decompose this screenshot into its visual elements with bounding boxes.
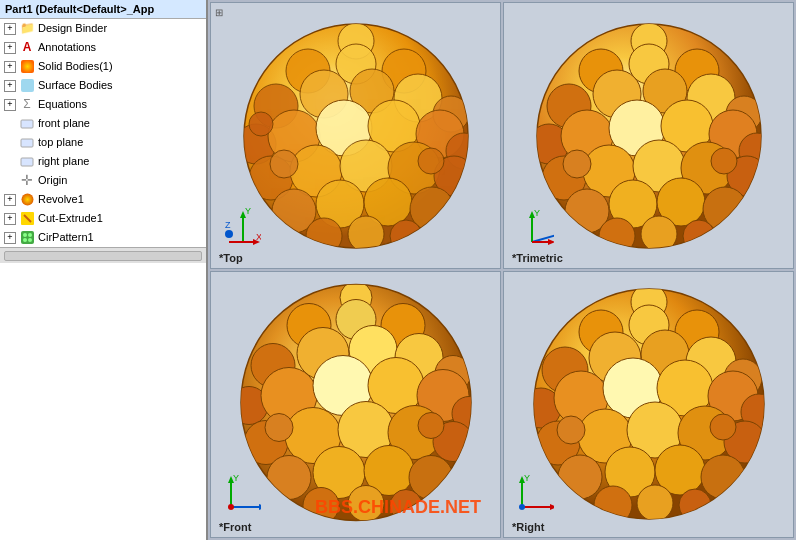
sidebar-item-design-binder[interactable]: +📁Design Binder: [0, 19, 206, 38]
svg-text:Y: Y: [245, 206, 251, 216]
svg-point-51: [225, 230, 233, 238]
axes-front: X Y: [221, 471, 261, 511]
svg-point-40: [348, 216, 384, 252]
sidebar-item-label: Cut-Extrude1: [38, 210, 103, 227]
svg-point-118: [303, 487, 339, 523]
scrollbar-horizontal[interactable]: [4, 251, 202, 261]
svg-point-12: [28, 238, 32, 242]
expand-btn[interactable]: +: [4, 99, 16, 111]
svg-point-167: [519, 504, 525, 510]
svg-point-41: [390, 220, 422, 252]
view-right-label: *Right: [512, 521, 544, 533]
axes-right: Z Y: [514, 471, 554, 511]
svg-point-121: [265, 413, 293, 441]
svg-point-120: [390, 489, 422, 521]
sidebar-item-right-plane[interactable]: right plane: [0, 152, 206, 171]
svg-point-79: [599, 218, 635, 254]
sidebar-item-label: Design Binder: [38, 20, 107, 37]
sidebar-item-label: CirPattern1: [38, 229, 94, 246]
sidebar-title: Part1 (Default<Default>_App: [0, 0, 206, 19]
surface-icon: [19, 78, 35, 94]
expand-btn[interactable]: +: [4, 194, 16, 206]
svg-marker-91: [548, 239, 554, 245]
svg-point-39: [306, 218, 342, 254]
sidebar-item-revolve1[interactable]: +Revolve1: [0, 190, 206, 209]
sidebar-item-label: Equations: [38, 96, 87, 113]
cut-icon: [19, 211, 35, 227]
view-trimetric[interactable]: Y Z *Trimetric: [503, 2, 794, 269]
sidebar-item-origin[interactable]: ✛Origin: [0, 171, 206, 190]
sphere-top: [236, 16, 476, 256]
expand-btn[interactable]: +: [4, 232, 16, 244]
sidebar-item-label: top plane: [38, 134, 83, 151]
sidebar-bottom: [0, 247, 206, 263]
svg-point-157: [637, 485, 673, 521]
svg-point-11: [23, 238, 27, 242]
svg-point-10: [28, 233, 32, 237]
equations-icon: Σ: [19, 97, 35, 113]
svg-point-160: [710, 414, 736, 440]
svg-point-114: [267, 455, 311, 499]
svg-point-129: [228, 504, 234, 510]
svg-text:Z: Z: [225, 220, 231, 230]
svg-point-43: [418, 148, 444, 174]
expand-btn[interactable]: +: [4, 42, 16, 54]
view-top-label: *Top: [219, 252, 243, 264]
annotation-icon: A: [19, 40, 35, 56]
expand-btn[interactable]: +: [4, 80, 16, 92]
sidebar-item-annotations[interactable]: +AAnnotations: [0, 38, 206, 57]
svg-point-82: [563, 150, 591, 178]
svg-rect-0: [21, 60, 34, 73]
tree-items: +📁Design Binder+AAnnotations+Solid Bodie…: [0, 19, 206, 247]
sidebar-item-front-plane[interactable]: front plane: [0, 114, 206, 133]
sidebar-item-equations[interactable]: +ΣEquations: [0, 95, 206, 114]
sidebar-item-cirpattern1[interactable]: +CirPattern1: [0, 228, 206, 247]
sidebar-item-label: right plane: [38, 153, 89, 170]
sphere-trimetric: [529, 16, 769, 256]
sphere-right: [525, 280, 773, 530]
expand-btn[interactable]: +: [4, 213, 16, 225]
pattern-icon: [19, 230, 35, 246]
view-front-label: *Front: [219, 521, 251, 533]
svg-point-159: [557, 416, 585, 444]
sidebar-item-label: front plane: [38, 115, 90, 132]
svg-text:Y: Y: [534, 208, 540, 218]
sphere-front: [231, 277, 481, 532]
svg-rect-8: [21, 231, 34, 244]
plane-icon: [19, 135, 35, 151]
sidebar-item-solid-bodies[interactable]: +Solid Bodies(1): [0, 57, 206, 76]
expand-btn[interactable]: +: [4, 23, 16, 35]
plane-icon: [19, 116, 35, 132]
svg-rect-3: [21, 139, 33, 147]
svg-text:X: X: [256, 232, 261, 242]
folder-icon: 📁: [19, 21, 35, 37]
svg-point-83: [711, 148, 737, 174]
view-top[interactable]: ⊞: [210, 2, 501, 269]
origin-icon: ✛: [19, 173, 35, 189]
plane-icon: [19, 154, 35, 170]
sidebar-item-label: Solid Bodies(1): [38, 58, 113, 75]
solid-icon: [19, 59, 35, 75]
sidebar-item-cut-extrude1[interactable]: +Cut-Extrude1: [0, 209, 206, 228]
svg-point-42: [270, 150, 298, 178]
svg-rect-1: [21, 79, 34, 92]
sidebar: Part1 (Default<Default>_App +📁Design Bin…: [0, 0, 208, 540]
axes-top: Y X Z: [221, 206, 261, 246]
svg-point-156: [594, 486, 632, 524]
svg-point-152: [558, 455, 602, 499]
sidebar-item-surface-bodies[interactable]: +Surface Bodies: [0, 76, 206, 95]
svg-point-5: [21, 194, 33, 206]
svg-text:Y: Y: [524, 473, 530, 483]
sidebar-item-top-plane[interactable]: top plane: [0, 133, 206, 152]
svg-point-81: [683, 220, 715, 252]
svg-marker-124: [259, 504, 261, 510]
sidebar-item-label: Surface Bodies: [38, 77, 113, 94]
axes-trimetric: Y Z: [514, 206, 554, 246]
svg-point-44: [249, 112, 273, 136]
view-right[interactable]: Z Y *Right: [503, 271, 794, 538]
view-trimetric-label: *Trimetric: [512, 252, 563, 264]
sidebar-item-label: Origin: [38, 172, 67, 189]
expand-btn[interactable]: +: [4, 61, 16, 73]
view-front[interactable]: X Y *Front: [210, 271, 501, 538]
viewport: ⊞: [208, 0, 796, 540]
